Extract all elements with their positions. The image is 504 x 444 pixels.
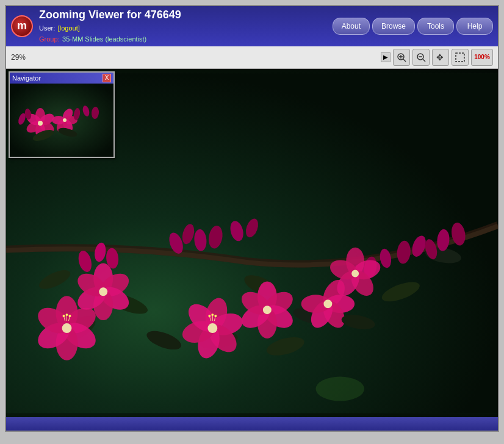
user-label: User: bbox=[39, 24, 55, 32]
header-left: m Zooming Viewer for 476649 User: [logou… bbox=[6, 6, 328, 46]
status-bar bbox=[6, 417, 498, 431]
svg-point-24 bbox=[62, 323, 72, 333]
header: m Zooming Viewer for 476649 User: [logou… bbox=[6, 6, 498, 46]
svg-point-78 bbox=[68, 315, 71, 317]
about-btn[interactable]: About bbox=[333, 18, 370, 35]
svg-point-54 bbox=[323, 299, 332, 308]
navigator-panel[interactable]: Navigator X bbox=[9, 71, 115, 158]
svg-point-99 bbox=[38, 121, 43, 126]
toolbar: 29% ▶ ✥ 1 bbox=[6, 46, 498, 69]
select-button[interactable] bbox=[452, 49, 469, 66]
zoom-100-button[interactable]: 100% bbox=[471, 49, 493, 66]
group-row: Group: 35-MM Slides (leadscientist) bbox=[39, 33, 181, 44]
main-content[interactable]: Navigator X bbox=[6, 69, 498, 417]
navigator-title: Navigator bbox=[12, 74, 41, 82]
svg-point-31 bbox=[99, 287, 107, 296]
navigator-titlebar: Navigator X bbox=[10, 73, 113, 84]
app-window: m Zooming Viewer for 476649 User: [logou… bbox=[5, 5, 499, 432]
help-btn[interactable]: Help bbox=[456, 18, 493, 35]
svg-point-85 bbox=[211, 313, 214, 316]
svg-point-105 bbox=[63, 118, 67, 122]
title-info: Zooming Viewer for 476649 User: [logout]… bbox=[39, 9, 181, 44]
zoom-out-button[interactable] bbox=[412, 49, 430, 66]
svg-line-5 bbox=[423, 59, 425, 62]
svg-point-41 bbox=[207, 323, 217, 333]
tools-btn[interactable]: Tools bbox=[417, 18, 454, 35]
svg-point-90 bbox=[315, 376, 364, 401]
user-row: User: [logout] bbox=[39, 22, 181, 33]
group-label: Group: bbox=[39, 35, 60, 43]
zoom-level-label: 29% bbox=[11, 53, 26, 62]
browse-btn[interactable]: Browse bbox=[372, 18, 415, 35]
svg-point-67 bbox=[351, 270, 359, 277]
svg-line-1 bbox=[403, 59, 406, 62]
nav-buttons: About Browse Tools Help bbox=[328, 6, 498, 46]
group-value: 35-MM Slides (leadscientist) bbox=[62, 35, 146, 43]
svg-point-79 bbox=[66, 313, 68, 316]
app-title: Zooming Viewer for 476649 bbox=[39, 9, 181, 22]
logo-icon: m bbox=[11, 15, 33, 37]
pan-button[interactable]: ✥ bbox=[432, 49, 449, 66]
svg-rect-8 bbox=[456, 53, 464, 62]
svg-text:✥: ✥ bbox=[436, 52, 444, 62]
zoom-100-label: 100% bbox=[474, 54, 490, 60]
navigator-preview bbox=[10, 84, 113, 157]
logout-link[interactable]: [logout] bbox=[58, 24, 80, 32]
navigator-close-button[interactable]: X bbox=[103, 74, 111, 82]
zoom-in-button[interactable] bbox=[393, 49, 410, 66]
svg-point-48 bbox=[263, 306, 272, 314]
expand-icon[interactable]: ▶ bbox=[381, 52, 391, 62]
svg-point-83 bbox=[208, 315, 211, 317]
svg-point-77 bbox=[63, 315, 65, 317]
svg-point-84 bbox=[214, 315, 217, 317]
